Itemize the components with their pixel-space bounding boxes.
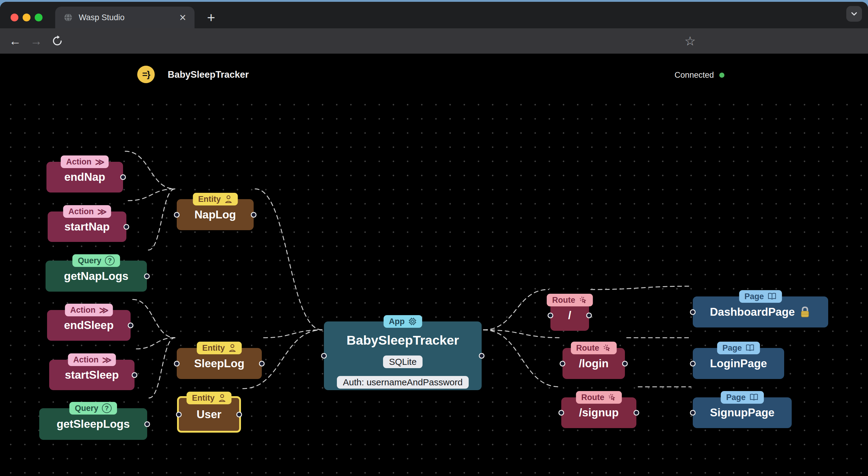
- node-label: DashboardPage: [710, 306, 811, 318]
- browser-toolbar: ← → localhost:4000 ☆ In: [0, 28, 868, 54]
- reload-icon: [52, 35, 63, 47]
- action-badge: Action ≫: [63, 205, 111, 218]
- badge-label: Entity: [202, 343, 225, 353]
- connection-handle: [479, 353, 485, 359]
- cursor-click-icon: [603, 344, 611, 352]
- tab-title: Wasp Studio: [79, 13, 174, 22]
- open-book-icon: [746, 344, 754, 352]
- question-icon: ?: [105, 256, 115, 265]
- reload-button[interactable]: [49, 28, 66, 54]
- badge-label: Query: [78, 256, 101, 265]
- entity-badge: Entity: [193, 193, 238, 205]
- close-window-button[interactable]: [10, 13, 19, 22]
- connection-handle: [132, 372, 137, 378]
- node-page-signuppage[interactable]: Page SignupPage: [693, 397, 792, 428]
- connection-handle: [124, 224, 129, 230]
- wasp-logo: =}: [137, 66, 155, 83]
- connection-handle: [237, 411, 242, 417]
- chevrons-right-icon: ≫: [102, 354, 111, 365]
- node-page-dashboardpage[interactable]: Page DashboardPage: [693, 297, 828, 328]
- tab-wasp-studio[interactable]: Wasp Studio ×: [55, 7, 194, 28]
- node-label: BabySleepTracker: [346, 333, 459, 348]
- connection-handle: [176, 411, 182, 417]
- node-route-root[interactable]: Route /: [550, 300, 589, 331]
- connected-dot-icon: [719, 73, 724, 78]
- open-book-icon: [768, 293, 777, 300]
- chevrons-right-icon: ≫: [99, 305, 107, 315]
- node-route-login[interactable]: Route /login: [562, 348, 625, 379]
- question-icon: ?: [102, 403, 112, 413]
- globe-icon: [64, 13, 73, 22]
- route-badge: Route: [576, 391, 622, 404]
- route-badge: Route: [570, 342, 617, 354]
- open-book-icon: [749, 394, 758, 401]
- node-query-getnaplogs[interactable]: Query ? getNapLogs: [45, 261, 147, 292]
- query-badge: Query ?: [72, 254, 120, 267]
- connection-handle: [145, 421, 150, 427]
- node-label: startNap: [64, 220, 110, 233]
- node-entity-user[interactable]: Entity User: [177, 396, 241, 433]
- node-action-endnap[interactable]: Action ≫ endNap: [46, 162, 123, 193]
- node-label: SignupPage: [710, 406, 775, 419]
- node-entity-sleeplog[interactable]: Entity SleepLog: [177, 348, 262, 379]
- connection-handle: [634, 410, 640, 416]
- lock-icon: [799, 306, 811, 318]
- page-title: BabySleepTracker: [168, 69, 249, 80]
- app-badge: App: [383, 315, 422, 328]
- minimize-window-button[interactable]: [23, 13, 30, 22]
- person-icon: [218, 394, 226, 402]
- node-route-signup[interactable]: Route /signup: [561, 397, 637, 428]
- node-action-startnap[interactable]: Action ≫ startNap: [48, 211, 126, 242]
- node-app-babysleeptracker[interactable]: App BabySleepTracker SQLite Auth: userna…: [324, 321, 482, 390]
- connection-handle: [586, 313, 592, 318]
- forward-button[interactable]: →: [28, 28, 44, 54]
- chip-icon: [408, 317, 417, 326]
- route-badge: Route: [547, 294, 593, 306]
- connection-status: Connected: [674, 70, 724, 80]
- db-badge: SQLite: [383, 355, 423, 368]
- entity-badge: Entity: [197, 342, 242, 354]
- bookmark-star-icon[interactable]: ☆: [681, 28, 699, 54]
- zoom-window-button[interactable]: [35, 13, 42, 22]
- connection-handle: [690, 410, 696, 416]
- tab-search-button[interactable]: [846, 6, 862, 22]
- close-tab-icon[interactable]: ×: [180, 12, 186, 23]
- cursor-click-icon: [608, 393, 617, 402]
- connection-handle: [321, 353, 327, 359]
- tab-strip: Wasp Studio × +: [0, 2, 868, 28]
- new-tab-button[interactable]: +: [203, 9, 220, 26]
- node-label: NapLog: [194, 208, 236, 221]
- node-label: User: [197, 408, 221, 421]
- node-action-startsleep[interactable]: Action ≫ startSleep: [49, 360, 134, 390]
- node-entity-naplog[interactable]: Entity NapLog: [177, 199, 254, 230]
- connection-handle: [251, 212, 257, 217]
- node-label: LoginPage: [710, 357, 767, 370]
- badge-label: Page: [722, 343, 742, 353]
- auth-badge: Auth: usernameAndPassword: [337, 376, 469, 388]
- browser-window: Wasp Studio × + ← → localhost:4000: [0, 2, 868, 476]
- wasp-studio-page: =} BabySleepTracker Connected: [0, 54, 868, 476]
- chevron-down-icon: [849, 9, 859, 19]
- node-page-loginpage[interactable]: Page LoginPage: [693, 348, 784, 379]
- badge-label: Action: [70, 305, 96, 315]
- node-query-getsleeplogs[interactable]: Query ? getSleepLogs: [39, 408, 147, 440]
- back-button[interactable]: ←: [7, 28, 24, 54]
- screen: Wasp Studio × + ← → localhost:4000: [0, 0, 868, 476]
- connection-handle: [560, 361, 565, 366]
- badge-label: Entity: [192, 394, 214, 403]
- connection-handle: [559, 410, 564, 416]
- chevrons-right-icon: ≫: [95, 157, 103, 167]
- badge-label: Route: [552, 296, 576, 305]
- chevrons-right-icon: ≫: [97, 206, 105, 217]
- connection-status-label: Connected: [674, 70, 714, 80]
- connection-handle: [548, 313, 553, 318]
- node-action-endsleep[interactable]: Action ≫ endSleep: [47, 310, 131, 341]
- node-label: getSleepLogs: [57, 418, 130, 431]
- badge-label: Action: [66, 157, 91, 167]
- node-label: /: [568, 309, 571, 322]
- node-label: startSleep: [65, 369, 119, 381]
- connection-handle: [174, 361, 180, 366]
- page-badge: Page: [721, 391, 764, 404]
- node-label: SleepLog: [194, 357, 245, 370]
- query-badge: Query ?: [69, 402, 117, 414]
